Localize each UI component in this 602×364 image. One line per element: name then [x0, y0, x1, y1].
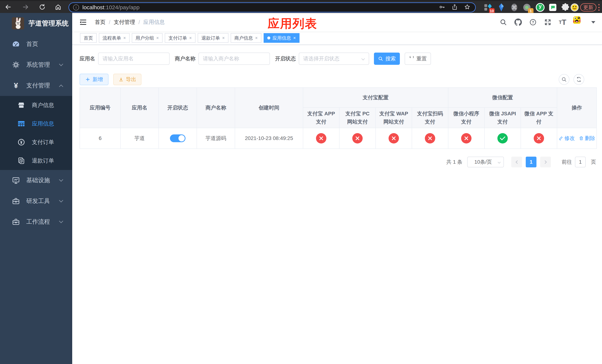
row-cell-wechat-app [521, 128, 557, 149]
svg-text:?: ? [532, 20, 534, 24]
status-label: 开启状态 [275, 55, 296, 62]
browser-menu-icon[interactable] [598, 4, 600, 11]
config-fail-icon [352, 133, 363, 143]
password-key-icon[interactable] [439, 4, 445, 11]
grid-table-icon [17, 120, 25, 128]
close-icon[interactable] [293, 35, 296, 41]
extension-record-icon[interactable]: 1 [522, 3, 532, 12]
status-select[interactable]: 请选择开启状态 [299, 53, 369, 65]
extensions-puzzle-icon[interactable] [560, 3, 570, 12]
site-info-icon[interactable]: i [73, 4, 79, 10]
col-header-alipay-qr: 支付宝扫码支付 [412, 108, 448, 128]
sidebar-item-devtools[interactable]: 研发工具 [0, 191, 72, 212]
avatar-caret-icon[interactable] [591, 21, 595, 23]
sidebar-item-app-info[interactable]: 应用信息 [0, 114, 72, 133]
tab-home[interactable]: 首页 [80, 33, 97, 43]
tab-refund-orders[interactable]: 退款订单 [198, 33, 228, 43]
chevron-down-icon [361, 57, 365, 60]
merchant-name-input[interactable] [198, 53, 270, 65]
screen: i localhost:1024/pay/app 10 ⌘ 1 y [0, 0, 602, 364]
group-header-alipay: 支付宝配置 [303, 88, 448, 108]
yen-icon: ¥ [12, 81, 20, 90]
bookmark-star-icon[interactable] [464, 4, 470, 11]
extension-kite-icon[interactable] [496, 3, 506, 12]
sidebar-item-merchant-info[interactable]: 商户信息 [0, 96, 72, 114]
close-icon[interactable] [123, 35, 126, 41]
share-icon[interactable] [452, 4, 458, 11]
next-page-button[interactable] [540, 157, 551, 167]
user-avatar[interactable] [573, 16, 585, 28]
extension-tasks-icon[interactable]: 10 [483, 3, 493, 12]
col-header-wechat-app: 微信 APP 支付 [521, 108, 557, 128]
extension-chat-icon[interactable] [548, 3, 558, 12]
row-cell-id: 6 [80, 128, 121, 149]
page-size-select[interactable]: 10条/页 [467, 157, 504, 167]
show-search-toggle-button[interactable] [559, 74, 570, 85]
row-cell-name: 芋道 [121, 128, 159, 149]
chevron-down-icon [59, 219, 63, 223]
col-header-wechat-jsapi: 微信 JSAPI 支付 [485, 108, 521, 128]
sidebar-item-infra[interactable]: 基础设施 [0, 170, 72, 191]
col-header-created: 创建时间 [235, 88, 303, 128]
goto-page-input[interactable] [575, 157, 586, 167]
app-name-label: 应用名 [80, 55, 95, 62]
sidebar-toggle-icon[interactable] [79, 19, 87, 26]
col-header-actions: 操作 [557, 88, 597, 128]
edit-link[interactable]: 修改 [559, 135, 575, 142]
address-bar[interactable]: i localhost:1024/pay/app [68, 2, 476, 12]
status-toggle[interactable] [170, 134, 185, 142]
extension-y-icon[interactable]: y [535, 3, 545, 12]
sidebar-item-system[interactable]: 系统管理 [0, 54, 72, 75]
refresh-button[interactable] [573, 74, 584, 85]
github-icon[interactable] [514, 18, 522, 26]
row-cell-alipay-qr [412, 128, 448, 149]
chevron-down-icon [59, 62, 63, 66]
reset-button[interactable]: 重置 [405, 53, 431, 65]
header-search-icon[interactable] [499, 18, 508, 26]
breadcrumb-separator [139, 19, 140, 25]
page-number-1[interactable]: 1 [526, 157, 537, 167]
breadcrumb-home[interactable]: 首页 [95, 19, 106, 26]
tab-pay-orders[interactable]: 支付订单 [165, 33, 195, 43]
close-icon[interactable] [189, 35, 192, 41]
breadcrumb-pay[interactable]: 支付管理 [114, 19, 135, 26]
close-icon[interactable] [255, 35, 258, 41]
annotation-title: 应用列表 [268, 16, 317, 32]
row-cell-alipay-app [303, 128, 340, 149]
tab-process-form[interactable]: 流程表单 [99, 33, 129, 43]
close-icon[interactable] [156, 35, 159, 41]
search-button[interactable]: 搜索 [374, 53, 400, 65]
font-size-icon[interactable]: TT [558, 18, 567, 26]
col-header-merchant: 商户名称 [197, 88, 235, 128]
prev-page-button[interactable] [511, 157, 522, 167]
pay-submenu: 商户信息 应用信息 支付订单 退款订单 [0, 96, 72, 170]
sidebar-item-refund-orders[interactable]: 退款订单 [0, 151, 72, 170]
sidebar-item-pay[interactable]: ¥ 支付管理 [0, 75, 72, 96]
sidebar-item-home[interactable]: 首页 [0, 34, 72, 54]
tab-merchant-info[interactable]: 商户信息 [231, 33, 261, 43]
browser-back-icon[interactable] [3, 2, 13, 12]
extension-command-icon[interactable]: ⌘ [509, 3, 519, 12]
app-logo[interactable]: 芋道管理系统 [0, 13, 72, 34]
col-header-alipay-pc: 支付宝 PC 网站支付 [340, 108, 376, 128]
sidebar-item-workflow[interactable]: 工作流程 [0, 212, 72, 232]
browser-reload-icon[interactable] [37, 2, 47, 12]
delete-link[interactable]: 删除 [579, 135, 595, 142]
browser-home-icon[interactable] [53, 2, 63, 12]
browser-update-button[interactable]: 更新 [580, 3, 596, 11]
app-name-input[interactable] [98, 53, 170, 65]
navbar-actions: ? TT [499, 13, 595, 32]
col-header-alipay-wap: 支付宝 WAP 网站支付 [376, 108, 412, 128]
tab-user-group[interactable]: 用户分组 [132, 33, 162, 43]
browser-forward-icon[interactable] [20, 2, 31, 12]
export-button[interactable]: 导出 [113, 74, 141, 85]
sidebar-item-pay-orders[interactable]: 支付订单 [0, 133, 72, 151]
add-button[interactable]: 新增 [80, 74, 108, 85]
goto-label: 前往 [562, 159, 572, 166]
config-fail-icon [425, 133, 435, 143]
fullscreen-icon[interactable] [544, 18, 552, 26]
close-icon[interactable] [222, 35, 225, 41]
tab-app-info[interactable]: 应用信息 [264, 33, 300, 43]
profile-avatar-icon[interactable] [570, 3, 580, 12]
help-icon[interactable]: ? [529, 18, 537, 26]
